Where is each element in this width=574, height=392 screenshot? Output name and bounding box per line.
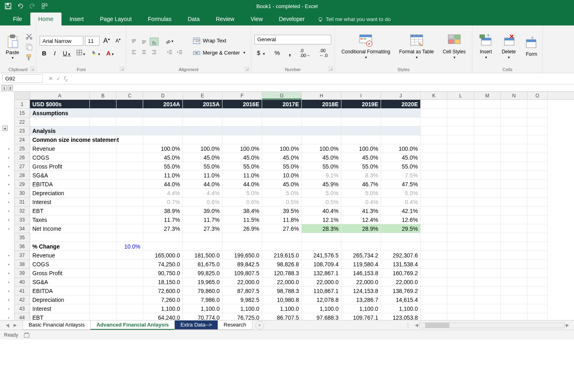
- macro-recording-icon[interactable]: [24, 332, 30, 338]
- cell[interactable]: 0.6%: [222, 198, 262, 207]
- cell[interactable]: [90, 251, 116, 260]
- name-box[interactable]: [2, 74, 43, 83]
- cell[interactable]: [421, 260, 447, 269]
- cell[interactable]: [474, 118, 501, 126]
- cell[interactable]: 100.0%: [143, 144, 183, 153]
- cell[interactable]: [474, 313, 501, 320]
- cell[interactable]: [447, 269, 474, 278]
- font-size-select[interactable]: [85, 36, 100, 46]
- cell[interactable]: [501, 278, 527, 287]
- cell[interactable]: [116, 224, 143, 233]
- cell[interactable]: [527, 224, 548, 233]
- cell[interactable]: 100.0%: [183, 144, 222, 153]
- cell[interactable]: [222, 242, 262, 251]
- cell[interactable]: 7.5%: [381, 171, 421, 180]
- align-center-icon[interactable]: [140, 48, 148, 56]
- cell[interactable]: 79,860.0: [183, 287, 222, 295]
- cell[interactable]: 28.3%: [302, 224, 341, 233]
- cell[interactable]: 64,240.0: [143, 313, 183, 320]
- cell[interactable]: [527, 171, 548, 180]
- cell[interactable]: [421, 144, 447, 153]
- horizontal-scrollbar[interactable]: [419, 322, 565, 328]
- cell[interactable]: 40.4%: [302, 207, 341, 215]
- conditional-formatting-button[interactable]: ≠ Conditional Formatting▼: [338, 33, 394, 60]
- cell[interactable]: [116, 287, 143, 295]
- cell[interactable]: 12.4%: [341, 215, 381, 224]
- cell[interactable]: [381, 126, 421, 135]
- cell[interactable]: [302, 126, 341, 135]
- cell[interactable]: [501, 260, 527, 269]
- spreadsheet-grid[interactable]: ABCDEFGHIJKLMNO 1USD $000s2014A2015A2016…: [15, 92, 574, 320]
- cell[interactable]: [421, 242, 447, 251]
- cell[interactable]: [527, 144, 548, 153]
- row-header[interactable]: 38: [15, 260, 30, 269]
- delete-cells-button[interactable]: Delete▼: [498, 33, 519, 60]
- increase-font-icon[interactable]: A▴: [101, 36, 112, 46]
- undo-icon[interactable]: [17, 3, 23, 9]
- cell[interactable]: [381, 135, 421, 144]
- cell[interactable]: [143, 118, 183, 126]
- cell[interactable]: 1,100.0: [222, 304, 262, 313]
- cell[interactable]: COGS: [30, 260, 90, 269]
- cell[interactable]: [447, 295, 474, 304]
- cell[interactable]: 45.0%: [183, 153, 222, 162]
- cell[interactable]: [501, 295, 527, 304]
- cell[interactable]: 45.0%: [381, 153, 421, 162]
- italic-button[interactable]: I: [50, 48, 59, 58]
- cell[interactable]: 4.4%: [183, 189, 222, 198]
- cell[interactable]: [421, 224, 447, 233]
- tab-data[interactable]: Data: [180, 13, 208, 25]
- cell[interactable]: [501, 215, 527, 224]
- cell[interactable]: [222, 118, 262, 126]
- column-header-A[interactable]: A: [30, 92, 90, 99]
- cell[interactable]: [501, 198, 527, 207]
- cell[interactable]: Interest: [30, 304, 90, 313]
- row-header[interactable]: 32: [15, 207, 30, 215]
- cell[interactable]: [90, 189, 116, 198]
- cell[interactable]: [421, 233, 447, 242]
- cell[interactable]: 74,250.0: [143, 260, 183, 269]
- cell[interactable]: [90, 242, 116, 251]
- cell[interactable]: 11.8%: [262, 215, 302, 224]
- cell[interactable]: 44.0%: [183, 180, 222, 189]
- cell[interactable]: 9,982.5: [222, 295, 262, 304]
- cell[interactable]: [447, 180, 474, 189]
- cell[interactable]: [421, 304, 447, 313]
- cell[interactable]: [501, 189, 527, 198]
- cell[interactable]: [474, 251, 501, 260]
- cell[interactable]: 19,965.0: [183, 278, 222, 287]
- cell[interactable]: [116, 171, 143, 180]
- cell[interactable]: 0.5%: [262, 198, 302, 207]
- cell[interactable]: 90,750.0: [143, 269, 183, 278]
- cell[interactable]: [183, 135, 222, 144]
- column-header-D[interactable]: D: [143, 92, 183, 99]
- cell[interactable]: Taxes: [30, 215, 90, 224]
- cell[interactable]: [474, 171, 501, 180]
- cell[interactable]: [116, 109, 143, 118]
- row-header[interactable]: 44: [15, 313, 30, 320]
- cell[interactable]: 45.0%: [222, 153, 262, 162]
- cell[interactable]: [116, 304, 143, 313]
- cell[interactable]: [222, 126, 262, 135]
- cell[interactable]: [183, 233, 222, 242]
- cell[interactable]: EBITDA: [30, 287, 90, 295]
- add-sheet-button[interactable]: +: [255, 321, 264, 330]
- cell[interactable]: Interest: [30, 198, 90, 207]
- cell[interactable]: 138,769.2: [381, 287, 421, 295]
- cell[interactable]: [341, 233, 381, 242]
- cell[interactable]: 1,100.0: [262, 304, 302, 313]
- cell[interactable]: 46.7%: [341, 180, 381, 189]
- cell[interactable]: 27.3%: [183, 224, 222, 233]
- cell[interactable]: 9.1%: [302, 171, 341, 180]
- cell[interactable]: [90, 126, 116, 135]
- cell[interactable]: 22,000.0: [222, 278, 262, 287]
- cell[interactable]: [501, 144, 527, 153]
- row-header[interactable]: 22: [15, 118, 30, 126]
- align-right-icon[interactable]: [150, 48, 159, 56]
- enter-formula-icon[interactable]: ✓: [56, 76, 61, 82]
- cell[interactable]: [421, 189, 447, 198]
- cell[interactable]: [222, 109, 262, 118]
- cell[interactable]: 109,767.1: [341, 313, 381, 320]
- cell[interactable]: [90, 233, 116, 242]
- cell[interactable]: [447, 189, 474, 198]
